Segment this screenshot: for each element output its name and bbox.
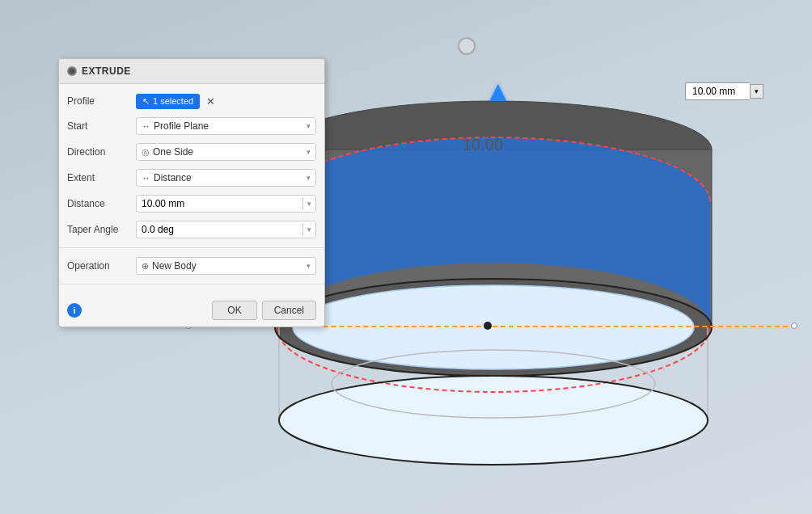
panel-footer: i OK Cancel [59, 294, 324, 327]
panel-body: Profile ↖ 1 selected ✕ Start ↔ Profile P… [59, 84, 324, 294]
extent-row: Extent ↔ Distance ▾ [59, 165, 324, 191]
direction-dropdown-text: One Side [153, 146, 303, 158]
extrude-direction-arrow: ▲ [484, 74, 513, 108]
operation-label: Operation [67, 260, 136, 272]
profile-clear-button[interactable]: ✕ [203, 94, 218, 109]
start-label: Start [67, 120, 136, 132]
direction-row: Direction ◎ One Side ▾ [59, 139, 324, 165]
cursor-icon: ↖ [142, 96, 150, 107]
extent-label: Extent [67, 172, 136, 183]
operation-control: ⊕ New Body ▾ [136, 257, 316, 275]
extrude-panel: EXTRUDE Profile ↖ 1 selected ✕ Start ↔ P… [58, 58, 325, 327]
direction-control: ◎ One Side ▾ [136, 143, 316, 161]
direction-dropdown-icon: ◎ [142, 147, 150, 158]
distance-row: Distance ▾ [59, 191, 324, 217]
taper-angle-control: ▾ [136, 221, 316, 238]
profile-selected-text: 1 selected [153, 96, 193, 106]
dimension-dropdown-arrow[interactable]: ▾ [750, 84, 763, 99]
extent-dropdown-text: Distance [154, 172, 303, 183]
operation-dropdown-text: New Body [152, 260, 303, 272]
operation-dropdown[interactable]: ⊕ New Body ▾ [136, 257, 316, 275]
direction-dropdown[interactable]: ◎ One Side ▾ [136, 143, 316, 161]
profile-row: Profile ↖ 1 selected ✕ [59, 89, 324, 113]
distance-input-arrow[interactable]: ▾ [302, 197, 315, 210]
distance-input-field: ▾ [136, 195, 316, 213]
axis-center-dot [484, 322, 492, 330]
start-dropdown-icon: ↔ [142, 121, 150, 131]
start-control: ↔ Profile Plane ▾ [136, 117, 316, 135]
extent-dropdown[interactable]: ↔ Distance ▾ [136, 169, 316, 187]
dimension-display[interactable]: ▾ [685, 82, 763, 100]
taper-angle-input-field: ▾ [136, 221, 316, 238]
distance-control: ▾ [136, 195, 316, 213]
direction-dropdown-chevron: ▾ [307, 148, 311, 156]
top-guide-circle [458, 37, 476, 55]
info-button[interactable]: i [67, 303, 82, 318]
operation-dropdown-chevron: ▾ [307, 262, 311, 270]
direction-label: Direction [67, 146, 136, 158]
divider-2 [59, 284, 324, 284]
taper-angle-input[interactable] [137, 221, 302, 238]
profile-control: ↖ 1 selected ✕ [136, 94, 316, 109]
panel-title: EXTRUDE [82, 65, 131, 77]
svg-point-3 [293, 285, 694, 369]
taper-angle-input-arrow[interactable]: ▾ [302, 223, 315, 236]
profile-selected-button[interactable]: ↖ 1 selected [136, 94, 200, 109]
start-row: Start ↔ Profile Plane ▾ [59, 113, 324, 139]
extent-dropdown-chevron: ▾ [307, 174, 311, 182]
viewport-dimension-text: 10.00 [463, 136, 503, 154]
cancel-button[interactable]: Cancel [262, 301, 316, 320]
panel-header: EXTRUDE [59, 59, 324, 84]
taper-angle-row: Taper Angle ▾ [59, 217, 324, 242]
axis-end-dot-right [791, 322, 797, 329]
distance-label: Distance [67, 198, 136, 209]
start-dropdown-text: Profile Plane [154, 120, 303, 132]
distance-input[interactable] [137, 196, 302, 212]
start-dropdown[interactable]: ↔ Profile Plane ▾ [136, 117, 316, 135]
dimension-input-field[interactable] [685, 82, 750, 100]
operation-dropdown-icon: ⊕ [142, 261, 149, 272]
minus-icon [67, 66, 77, 76]
divider-1 [59, 247, 324, 248]
start-dropdown-chevron: ▾ [307, 122, 311, 130]
extent-control: ↔ Distance ▾ [136, 169, 316, 187]
taper-angle-label: Taper Angle [67, 224, 136, 235]
ok-button[interactable]: OK [212, 301, 256, 320]
operation-row: Operation ⊕ New Body ▾ [59, 253, 324, 279]
extent-dropdown-icon: ↔ [142, 173, 150, 183]
profile-label: Profile [67, 95, 136, 107]
